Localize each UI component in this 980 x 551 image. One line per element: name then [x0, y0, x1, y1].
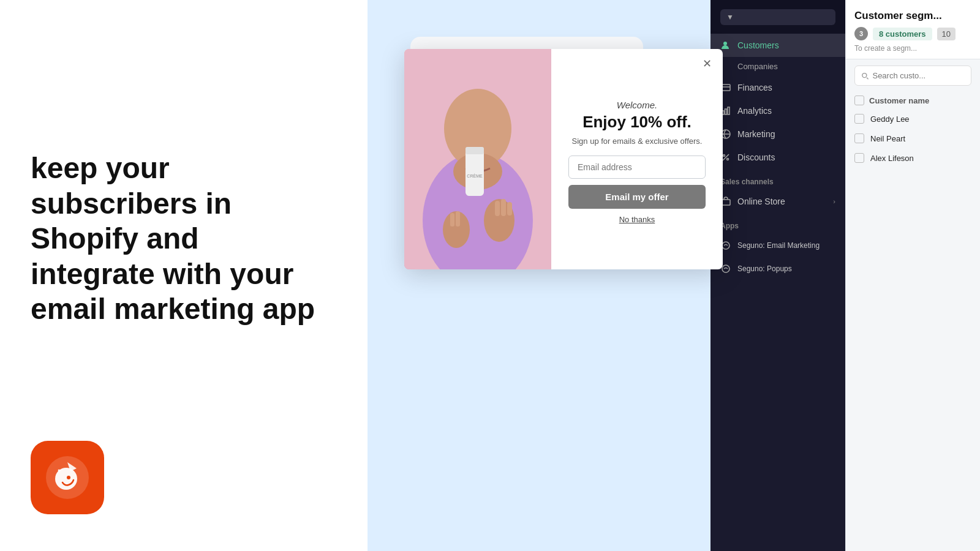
- right-panel: Email subscribed Automation triggered: [368, 0, 980, 551]
- select-all-checkbox[interactable]: [854, 96, 864, 105]
- customers-count: 8 customers: [873, 28, 932, 40]
- svg-text:CRÈME: CRÈME: [467, 173, 483, 178]
- customer-search-input[interactable]: [872, 71, 965, 80]
- customer-panel-title: Customer segm...: [854, 10, 971, 22]
- customer-checkbox-2[interactable]: [854, 133, 864, 143]
- sidebar-item-seguno-popups[interactable]: Seguno: Popups: [710, 257, 845, 280]
- svg-point-22: [723, 155, 725, 157]
- analytics-label: Analytics: [737, 106, 772, 116]
- svg-rect-16: [456, 211, 460, 227]
- svg-point-25: [722, 242, 729, 249]
- sidebar-item-analytics[interactable]: Analytics: [710, 99, 845, 122]
- customer-name-3: Alex Lifeson: [870, 154, 914, 163]
- customer-panel-header: Customer segm... 3 8 customers 10 To cre…: [846, 0, 980, 59]
- sidebar-item-online-store[interactable]: Online Store ›: [710, 190, 845, 213]
- seguno-popups-label: Seguno: Popups: [737, 264, 792, 273]
- customer-list-header: Customer name: [846, 92, 980, 109]
- no-thanks-link[interactable]: No thanks: [568, 215, 706, 224]
- sidebar-item-companies[interactable]: Companies: [710, 57, 845, 76]
- marketing-label: Marketing: [737, 129, 775, 139]
- customers-label: Customers: [737, 40, 779, 50]
- store-name: ▼: [726, 13, 734, 21]
- email-offer-button[interactable]: Email my offer: [568, 185, 706, 209]
- popup-close-button[interactable]: ✕: [699, 56, 714, 71]
- svg-rect-8: [495, 201, 500, 216]
- seguno-email-label: Seguno: Email Marketing: [737, 241, 820, 250]
- sidebar-item-discounts[interactable]: Discounts: [710, 146, 845, 169]
- online-store-label: Online Store: [737, 197, 785, 206]
- segment-number-badge: 3: [854, 27, 868, 40]
- left-panel: keep your subscribers in Shopify and int…: [0, 0, 368, 551]
- segment-create-hint: To create a segm...: [854, 44, 971, 53]
- online-store-arrow: ›: [833, 198, 835, 205]
- finances-label: Finances: [737, 83, 772, 92]
- email-offer-popup: CRÈME ✕ Welcome. Enjoy 10% off. Sign up …: [404, 49, 723, 269]
- customer-stats: 3 8 customers 10: [854, 27, 971, 40]
- store-selector[interactable]: ▼: [720, 9, 835, 25]
- customer-row-3[interactable]: Alex Lifeson: [846, 148, 980, 168]
- sales-channels-text: Sales channels: [720, 178, 774, 186]
- sidebar-item-marketing[interactable]: Marketing: [710, 122, 845, 146]
- customer-checkbox-3[interactable]: [854, 153, 864, 163]
- popup-subtitle-text: Sign up for emails & exclusive offers.: [568, 137, 706, 146]
- sidebar-header: ▼: [710, 0, 845, 34]
- popup-title-text: Enjoy 10% off.: [568, 113, 706, 132]
- svg-point-17: [723, 42, 727, 45]
- svg-rect-12: [466, 147, 484, 154]
- svg-rect-15: [450, 213, 454, 227]
- segment-extra-badge: 10: [937, 28, 956, 40]
- svg-rect-9: [501, 199, 506, 216]
- svg-point-27: [862, 73, 867, 77]
- sidebar-item-customers[interactable]: Customers: [710, 34, 845, 57]
- svg-rect-21: [728, 107, 729, 114]
- hero-headline: keep your subscribers in Shopify and int…: [31, 151, 325, 327]
- logo-icon: [43, 453, 92, 502]
- apps-section-text: Apps: [720, 222, 739, 230]
- svg-point-2: [67, 476, 70, 479]
- popup-welcome-text: Welcome.: [568, 100, 706, 110]
- customer-row-1[interactable]: Geddy Lee: [846, 109, 980, 129]
- hero-text-container: keep your subscribers in Shopify and int…: [31, 37, 337, 441]
- popup-product-image: CRÈME: [404, 49, 551, 269]
- companies-label: Companies: [737, 62, 778, 71]
- svg-rect-18: [722, 84, 730, 91]
- shopify-sidebar: ▼ Customers Companies Finances Analytics: [710, 0, 845, 551]
- svg-point-26: [722, 265, 729, 272]
- customer-name-2: Neil Peart: [870, 134, 905, 143]
- customer-row-2[interactable]: Neil Peart: [846, 129, 980, 148]
- sales-channels-section: Sales channels: [710, 169, 845, 190]
- popup-content-area: ✕ Welcome. Enjoy 10% off. Sign up for em…: [551, 49, 723, 269]
- sidebar-item-seguno-email[interactable]: Seguno: Email Marketing: [710, 234, 845, 257]
- discounts-label: Discounts: [737, 152, 775, 162]
- svg-rect-24: [722, 200, 730, 205]
- product-svg: CRÈME: [404, 49, 551, 269]
- search-icon: [861, 72, 869, 80]
- customer-segment-panel: Customer segm... 3 8 customers 10 To cre…: [845, 0, 980, 551]
- customer-name-column: Customer name: [869, 96, 929, 105]
- sidebar-item-finances[interactable]: Finances: [710, 76, 845, 99]
- customer-search-box[interactable]: [854, 66, 971, 86]
- svg-rect-20: [725, 109, 727, 114]
- customer-checkbox-1[interactable]: [854, 114, 864, 124]
- email-input[interactable]: [568, 156, 706, 179]
- svg-rect-10: [507, 202, 512, 216]
- app-logo: [31, 441, 104, 514]
- svg-point-23: [727, 159, 729, 160]
- customer-name-1: Geddy Lee: [870, 114, 910, 124]
- apps-section: Apps: [710, 213, 845, 234]
